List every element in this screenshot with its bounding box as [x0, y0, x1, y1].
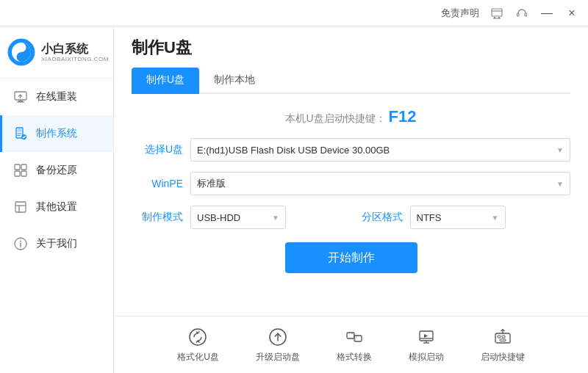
usb-label: 选择U盘	[132, 143, 183, 156]
partition-select-value: NTFS	[417, 212, 442, 223]
backup-restore-icon	[12, 162, 29, 178]
sidebar-label-online-reinstall: 在线重装	[36, 90, 77, 104]
svg-rect-40	[498, 336, 501, 338]
main-layout: 小白系统 XIAOBAIXITONG.COM 在线重装	[0, 26, 588, 373]
nav-items: 在线重装 制作系统	[0, 79, 113, 373]
svg-rect-17	[18, 129, 22, 132]
svg-rect-33	[347, 333, 354, 338]
svg-point-20	[21, 134, 26, 140]
title-bar: 免责声明 — ×	[0, 0, 588, 26]
shortcut-prefix: 本机U盘启动快捷键：	[285, 112, 385, 124]
bottom-tool-format-convert[interactable]: 格式转换	[329, 322, 379, 368]
svg-rect-6	[525, 13, 527, 16]
mode-select-value: USB-HDD	[197, 212, 240, 223]
user-icon[interactable]	[487, 3, 507, 23]
content-body: 本机U盘启动快捷键：F12 选择U盘 E:(hd1)USB Flash Disk…	[114, 94, 588, 316]
start-button[interactable]: 开始制作	[285, 242, 417, 273]
logo-title: 小白系统	[41, 42, 109, 56]
partition-label: 分区格式	[351, 211, 403, 224]
headset-icon[interactable]	[512, 3, 532, 23]
logo-subtitle: XIAOBAIXITONG.COM	[41, 56, 109, 62]
winpe-label: WinPE	[132, 178, 183, 189]
format-usb-icon	[187, 326, 209, 348]
usb-select-arrow: ▼	[556, 146, 564, 154]
tab-make-local[interactable]: 制作本地	[199, 68, 270, 94]
svg-point-31	[190, 329, 206, 345]
svg-rect-25	[15, 202, 26, 212]
mode-section: 制作模式 USB-HDD ▼	[132, 206, 351, 229]
bottom-tool-simulate-boot[interactable]: 模拟启动	[401, 322, 451, 368]
notice-link[interactable]: 免责声明	[441, 7, 479, 20]
usb-select[interactable]: E:(hd1)USB Flash Disk USB Device 30.00GB…	[190, 138, 570, 162]
sidebar-item-backup-restore[interactable]: 备份还原	[0, 152, 113, 189]
shortcut-key: F12	[389, 107, 417, 126]
sidebar-item-make-system[interactable]: 制作系统	[0, 115, 113, 152]
simulate-boot-label: 模拟启动	[409, 351, 444, 363]
bottom-tool-format-usb[interactable]: 格式化U盘	[170, 322, 226, 368]
content-header: 制作U盘 制作U盘 制作本地	[114, 26, 588, 94]
make-system-icon	[12, 126, 29, 142]
partition-section: 分区格式 NTFS ▼	[351, 206, 571, 229]
svg-point-30	[20, 241, 21, 242]
partition-select[interactable]: NTFS ▼	[410, 206, 506, 229]
mode-partition-row: 制作模式 USB-HDD ▼ 分区格式 NTFS ▼	[132, 206, 570, 229]
title-bar-icons: — ×	[487, 3, 582, 23]
upgrade-boot-icon	[267, 326, 289, 348]
svg-rect-5	[517, 13, 520, 16]
winpe-select-value: 标准版	[197, 177, 226, 190]
shortcut-key-icon	[492, 326, 514, 348]
usb-select-row: 选择U盘 E:(hd1)USB Flash Disk USB Device 30…	[132, 138, 570, 162]
mode-select[interactable]: USB-HDD ▼	[190, 206, 286, 229]
svg-rect-24	[21, 171, 26, 176]
partition-select-arrow: ▼	[492, 214, 499, 222]
sidebar-item-other-settings[interactable]: 其他设置	[0, 189, 113, 225]
sidebar-label-make-system: 制作系统	[36, 127, 77, 140]
svg-rect-22	[21, 164, 26, 170]
mode-label: 制作模式	[132, 211, 183, 224]
sidebar-label-other-settings: 其他设置	[36, 200, 77, 214]
winpe-row: WinPE 标准版 ▼	[132, 172, 570, 195]
tabs: 制作U盘 制作本地	[132, 68, 570, 94]
svg-rect-42	[500, 339, 506, 341]
sidebar: 小白系统 XIAOBAIXITONG.COM 在线重装	[0, 26, 114, 373]
svg-point-9	[20, 46, 24, 49]
simulate-boot-icon	[415, 326, 437, 348]
shortcut-hint: 本机U盘启动快捷键：F12	[132, 107, 570, 126]
sidebar-label-about-us: 关于我们	[36, 237, 77, 250]
winpe-select-arrow: ▼	[556, 180, 564, 188]
svg-rect-0	[492, 9, 502, 16]
page-title: 制作U盘	[132, 37, 570, 59]
close-button[interactable]: ×	[562, 3, 582, 23]
format-convert-label: 格式转换	[337, 351, 372, 363]
content-area: 制作U盘 制作U盘 制作本地 本机U盘启动快捷键：F12 选择U盘 E:(hd1…	[114, 26, 588, 373]
upgrade-boot-label: 升级启动盘	[256, 351, 300, 363]
usb-select-value: E:(hd1)USB Flash Disk USB Device 30.00GB	[197, 145, 390, 156]
logo-image	[7, 38, 35, 66]
svg-point-10	[20, 55, 24, 59]
minimize-button[interactable]: —	[537, 3, 557, 23]
svg-rect-21	[15, 164, 20, 170]
sidebar-item-online-reinstall[interactable]: 在线重装	[0, 79, 113, 115]
mode-select-arrow: ▼	[272, 214, 279, 222]
format-convert-icon	[343, 326, 365, 348]
format-usb-label: 格式化U盘	[177, 351, 219, 363]
winpe-select[interactable]: 标准版 ▼	[190, 172, 570, 195]
online-reinstall-icon	[12, 89, 29, 105]
bottom-tool-shortcut-key[interactable]: 启动快捷键	[473, 322, 532, 368]
logo-area: 小白系统 XIAOBAIXITONG.COM	[0, 26, 113, 79]
sidebar-item-about-us[interactable]: 关于我们	[0, 225, 113, 262]
shortcut-key-label: 启动快捷键	[481, 351, 525, 363]
sidebar-label-backup-restore: 备份还原	[36, 164, 77, 177]
bottom-tool-upgrade-boot[interactable]: 升级启动盘	[248, 322, 307, 368]
bottom-toolbar: 格式化U盘 升级启动盘	[114, 316, 588, 373]
other-settings-icon	[12, 199, 29, 215]
about-us-icon	[12, 236, 29, 252]
tab-make-usb[interactable]: 制作U盘	[132, 68, 199, 94]
logo-text: 小白系统 XIAOBAIXITONG.COM	[41, 42, 109, 62]
svg-rect-23	[15, 171, 20, 176]
svg-rect-41	[502, 336, 505, 338]
